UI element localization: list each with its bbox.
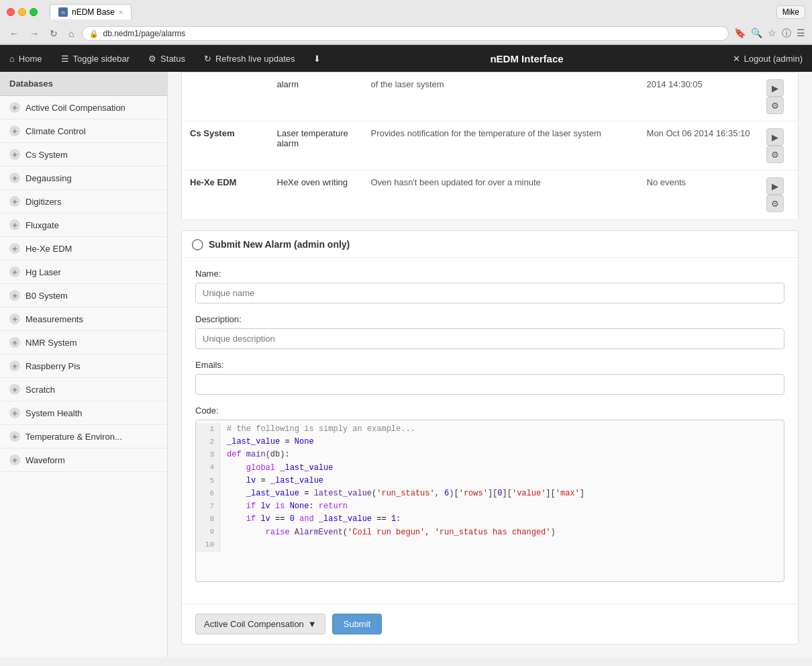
user-chip: Mike	[776, 5, 805, 19]
name-label: Name:	[195, 269, 784, 279]
expand-icon: +	[9, 267, 20, 277]
back-button[interactable]: ←	[7, 27, 21, 40]
name-input[interactable]	[195, 283, 784, 303]
close-dot[interactable]	[7, 8, 15, 16]
expand-icon: +	[9, 102, 20, 113]
sidebar-item-scratch[interactable]: + Scratch	[0, 378, 167, 401]
code-body: 1 # the following is simply an example..…	[196, 420, 784, 581]
star-icon[interactable]: ☆	[768, 28, 776, 40]
maximize-dot[interactable]	[30, 8, 38, 16]
sidebar-item-digitizers[interactable]: + Digitizers	[0, 190, 167, 213]
refresh-icon: ↻	[204, 54, 211, 64]
address-bar[interactable]: 🔒 db.nedm1/page/alarms	[82, 26, 729, 41]
sidebar-item-hg-laser[interactable]: + Hg Laser	[0, 260, 167, 284]
view-button[interactable]: ▶	[766, 177, 784, 195]
browser-tab[interactable]: n nEDM Base ×	[50, 4, 132, 19]
emails-input[interactable]	[195, 374, 784, 395]
description-input[interactable]	[195, 328, 784, 349]
nav-toggle-label: Toggle sidebar	[73, 54, 130, 64]
sidebar-item-raspberry-pis[interactable]: + Raspberry Pis	[0, 354, 167, 378]
nav-logout-label: Logout (admin)	[744, 54, 803, 64]
minimize-dot[interactable]	[18, 8, 26, 16]
sidebar-item-climate[interactable]: + Climate Control	[0, 120, 167, 143]
code-line-3: 3 def main(db):	[196, 448, 784, 461]
menu-icon[interactable]: ☰	[797, 28, 805, 40]
code-field-group: Code: 1 # the following is simply an exa…	[195, 406, 784, 582]
line-num: 8	[196, 513, 220, 526]
sidebar-item-label: Hg Laser	[26, 267, 61, 277]
settings-button[interactable]: ⚙	[766, 146, 784, 163]
sidebar-item-measurements[interactable]: + Measurements	[0, 307, 167, 331]
nav-toggle-sidebar[interactable]: ☰ Toggle sidebar	[52, 45, 140, 72]
expand-icon: +	[9, 196, 20, 207]
alarm-name: alarm	[269, 73, 363, 122]
nav-download[interactable]: ⬇	[304, 45, 330, 72]
expand-icon: +	[9, 243, 20, 254]
expand-icon: +	[9, 173, 20, 183]
sidebar-item-cs-system[interactable]: + Cs System	[0, 143, 167, 166]
line-num: 4	[196, 462, 220, 475]
home-button[interactable]: ⌂	[66, 27, 77, 40]
tab-favicon: n	[58, 7, 68, 17]
sidebar-item-temperature[interactable]: + Temperature & Environ...	[0, 425, 167, 448]
code-line-9: 9 raise AlarmEvent('Coil run begun', 'ru…	[196, 526, 784, 539]
line-content: raise AlarmEvent('Coil run begun', 'run_…	[220, 526, 562, 539]
emails-label: Emails:	[195, 360, 784, 370]
app-layout: Databases + Active Coil Compensation + C…	[0, 72, 812, 657]
expand-icon: +	[9, 337, 20, 348]
nav-logout[interactable]: ✕ Logout (admin)	[723, 45, 812, 72]
expand-icon: +	[9, 455, 20, 465]
search-icon[interactable]: 🔍	[751, 28, 762, 40]
nav-brand: nEDM Interface	[330, 53, 723, 64]
alarm-actions: ▶ ⚙	[758, 171, 799, 220]
nav-status[interactable]: ⚙ Status	[139, 45, 195, 72]
alarm-description: Oven hasn't been updated for over a minu…	[363, 171, 639, 220]
line-content	[220, 539, 238, 552]
forward-button[interactable]: →	[27, 27, 42, 40]
reload-button[interactable]: ↻	[47, 27, 60, 40]
sidebar: Databases + Active Coil Compensation + C…	[0, 72, 168, 657]
settings-button[interactable]: ⚙	[766, 195, 784, 212]
settings-button[interactable]: ⚙	[766, 97, 784, 114]
sidebar-item-label: Fluxgate	[26, 220, 59, 230]
alarm-description: of the laser system	[363, 73, 639, 122]
sidebar-item-hexe-edm[interactable]: + He-Xe EDM	[0, 237, 167, 260]
alarms-table-wrapper: alarm of the laser system 2014 14:30:05 …	[181, 72, 799, 220]
nav-home[interactable]: ⌂ Home	[0, 45, 52, 72]
alarm-date: Mon Oct 06 2014 16:35:10	[639, 122, 758, 171]
code-line-4: 4 global _last_value	[196, 462, 784, 475]
sidebar-item-label: Waveform	[26, 455, 65, 465]
line-num: 2	[196, 436, 220, 448]
alarm-actions: ▶ ⚙	[758, 73, 799, 122]
main-content: alarm of the laser system 2014 14:30:05 …	[168, 72, 812, 657]
form-section-header[interactable]: ◯ Submit New Alarm (admin only)	[182, 231, 798, 258]
info-icon[interactable]: ⓘ	[782, 28, 791, 40]
table-row: alarm of the laser system 2014 14:30:05 …	[182, 73, 799, 122]
nav-refresh-label: Refresh live updates	[215, 54, 295, 64]
sidebar-item-label: Temperature & Environ...	[26, 432, 122, 442]
tab-close-button[interactable]: ×	[119, 8, 123, 16]
sidebar-item-degaussing[interactable]: + Degaussing	[0, 166, 167, 190]
expand-icon: +	[9, 220, 20, 230]
code-editor[interactable]: 1 # the following is simply an example..…	[195, 420, 784, 582]
table-row: Cs System Laser temperature alarm Provid…	[182, 122, 799, 171]
submit-button[interactable]: Submit	[332, 614, 382, 634]
nav-refresh[interactable]: ↻ Refresh live updates	[195, 45, 305, 72]
name-field-group: Name:	[195, 269, 784, 303]
bookmark-icon[interactable]: 🔖	[734, 28, 746, 40]
sidebar-item-b0-system[interactable]: + B0 System	[0, 284, 167, 307]
alarms-table: alarm of the laser system 2014 14:30:05 …	[181, 72, 799, 220]
code-line-8: 8 if lv == 0 and _last_value == 1:	[196, 513, 784, 526]
form-section-title: Submit New Alarm (admin only)	[209, 239, 350, 250]
sidebar-item-waveform[interactable]: + Waveform	[0, 448, 167, 472]
line-num: 10	[196, 539, 220, 552]
database-select-button[interactable]: Active Coil Compensation ▼	[195, 614, 325, 634]
view-button[interactable]: ▶	[766, 128, 784, 146]
submit-alarm-section: ◯ Submit New Alarm (admin only) Name: De…	[181, 230, 799, 645]
view-button[interactable]: ▶	[766, 79, 784, 97]
sidebar-item-nmr-system[interactable]: + NMR System	[0, 331, 167, 354]
sidebar-item-system-health[interactable]: + System Health	[0, 401, 167, 425]
sidebar-item-fluxgate[interactable]: + Fluxgate	[0, 213, 167, 237]
line-num: 7	[196, 500, 220, 513]
sidebar-item-active-coil[interactable]: + Active Coil Compensation	[0, 96, 167, 120]
